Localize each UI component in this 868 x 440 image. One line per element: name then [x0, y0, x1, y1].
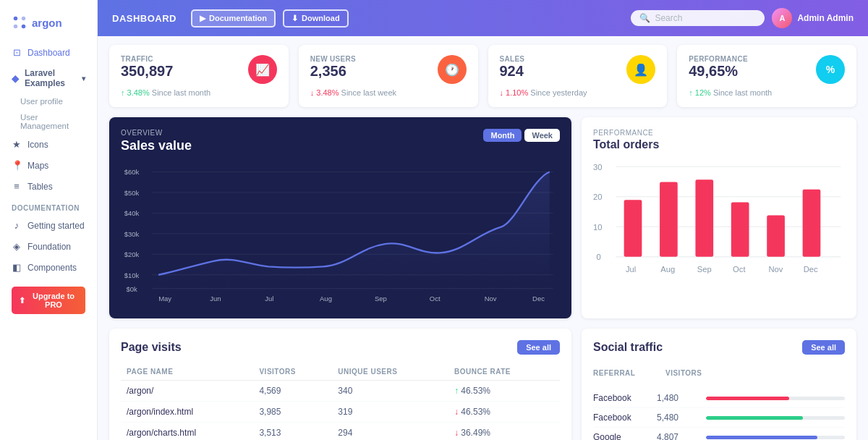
page-visits-see-all[interactable]: See all	[517, 340, 560, 355]
dashboard-icon: ⊡	[12, 47, 22, 58]
sidebar: argon ⊡ Dashboard ◆ Laravel Examples ▾ U…	[0, 0, 98, 440]
sidebar-item-getting-started[interactable]: ♪ Getting started	[0, 215, 97, 236]
social-traffic-card: Social traffic See all REFERRAL VISITORS…	[582, 329, 856, 440]
stat-new-users: NEW USERS 2,356 🕐 ↓ 3.48% Since last wee…	[299, 45, 478, 107]
sales-chart-svg: $60k $50k $40k $30k $20k $10k $0k May Ju…	[121, 165, 560, 302]
perf-icon: %	[816, 55, 845, 84]
col-referral: REFERRAL	[593, 366, 651, 383]
social-table-header: REFERRAL VISITORS	[593, 363, 845, 389]
svg-text:Aug: Aug	[320, 295, 332, 302]
upgrade-button[interactable]: ⬆ Upgrade to PRO	[12, 287, 85, 314]
charts-row: OVERVIEW Sales value Month Week	[109, 117, 856, 318]
cell-unique: 319	[332, 402, 448, 423]
cell-unique: 294	[332, 423, 448, 440]
svg-text:$30k: $30k	[124, 230, 140, 238]
stat-change-sales: ↓ 1.10% Since yesterday	[500, 88, 656, 97]
sidebar-item-tables[interactable]: ≡ Tables	[0, 176, 97, 197]
toggle-month-button[interactable]: Month	[483, 129, 522, 142]
social-rows: Facebook 1,480 Facebook 5,480 Google 4,8…	[593, 389, 845, 440]
stat-label-sales: SALES	[500, 55, 525, 63]
sales-icon: 👤	[626, 55, 655, 84]
cell-unique: 340	[332, 381, 448, 402]
social-visitors-count: 1,480	[657, 393, 700, 403]
bottom-row: Page visits See all PAGE NAME VISITORS U…	[109, 329, 856, 440]
svg-text:Jul: Jul	[626, 265, 636, 274]
foundation-icon: ◈	[12, 241, 22, 252]
page-visits-tbody: /argon/ 4,569 340 ↑ 46.53% /argon/index.…	[121, 381, 560, 440]
svg-text:Jun: Jun	[210, 295, 221, 302]
sidebar-item-dashboard[interactable]: ⊡ Dashboard	[0, 42, 97, 63]
sales-section-label: OVERVIEW	[121, 129, 192, 137]
page-visits-title: Page visits	[121, 341, 182, 354]
svg-text:Jul: Jul	[265, 295, 273, 302]
users-icon: 🕐	[438, 55, 467, 84]
stat-label-traffic: TRAFFIC	[121, 55, 173, 63]
page-visits-header: Page visits See all	[121, 340, 560, 355]
cell-visitors: 3,513	[253, 423, 332, 440]
sidebar-logo: argon	[0, 9, 97, 42]
search-icon: 🔍	[639, 13, 650, 23]
doc-section-label: DOCUMENTATION	[0, 197, 97, 215]
stat-change-users: ↓ 3.48% Since last week	[310, 88, 467, 97]
sidebar-item-maps[interactable]: 📍 Maps	[0, 155, 97, 176]
svg-text:Sep: Sep	[375, 295, 387, 302]
stat-value-traffic: 350,897	[121, 63, 173, 80]
page-visits-card: Page visits See all PAGE NAME VISITORS U…	[109, 329, 571, 440]
maps-icon: 📍	[12, 160, 22, 171]
svg-text:30: 30	[593, 163, 602, 172]
cell-bounce: ↑ 46.53%	[448, 381, 560, 402]
logo-text: argon	[32, 17, 62, 29]
sidebar-sub-user-management[interactable]: User Management	[0, 109, 97, 134]
sidebar-item-label: Components	[27, 263, 77, 273]
sidebar-sub-user-profile[interactable]: User profile	[0, 93, 97, 109]
sidebar-item-foundation[interactable]: ◈ Foundation	[0, 236, 97, 257]
svg-text:$10k: $10k	[124, 271, 140, 279]
cell-page: /argon/charts.html	[121, 423, 253, 440]
social-name: Google	[593, 432, 651, 440]
stats-row: TRAFFIC 350,897 📈 ↑ 3.48% Since last mon…	[109, 45, 856, 107]
col-unique: UNIQUE USERS	[332, 363, 448, 381]
sidebar-item-label: Icons	[27, 140, 48, 150]
search-input[interactable]	[655, 13, 756, 23]
col-page-name: PAGE NAME	[121, 363, 253, 381]
chevron-down-icon: ▾	[82, 75, 85, 82]
header-title: DASHBOARD	[112, 13, 176, 24]
sidebar-item-icons[interactable]: ★ Icons	[0, 134, 97, 155]
download-button[interactable]: ⬇ Download	[283, 9, 349, 28]
sidebar-item-label: Getting started	[27, 221, 85, 231]
svg-text:10: 10	[593, 223, 602, 232]
stat-value-users: 2,356	[310, 63, 356, 80]
doc-label: Documentation	[209, 14, 267, 22]
svg-text:May: May	[158, 295, 171, 302]
stat-value-perf: 49,65%	[689, 63, 748, 80]
sidebar-item-label: Maps	[27, 161, 48, 171]
svg-text:Sep: Sep	[697, 265, 712, 274]
svg-rect-36	[695, 179, 713, 257]
svg-rect-38	[767, 216, 785, 257]
svg-rect-35	[660, 182, 678, 257]
social-visitors-count: 4,807	[657, 432, 700, 440]
svg-text:Aug: Aug	[660, 265, 675, 274]
laravel-icon: ◆	[12, 73, 19, 84]
stat-change-perf: ↑ 12% Since last month	[689, 88, 845, 97]
getting-started-icon: ♪	[12, 220, 22, 231]
toggle-week-button[interactable]: Week	[524, 129, 560, 142]
svg-rect-39	[803, 190, 821, 257]
orders-chart-card: PERFORMANCE Total orders 30 20 10 0	[582, 117, 856, 318]
sidebar-item-components[interactable]: ◧ Components	[0, 257, 97, 278]
svg-text:Oct: Oct	[733, 265, 746, 274]
svg-text:Dec: Dec	[532, 295, 545, 302]
svg-point-0	[14, 17, 18, 21]
search-box[interactable]: 🔍	[631, 10, 765, 26]
sales-chart-svg-wrap: $60k $50k $40k $30k $20k $10k $0k May Ju…	[121, 165, 560, 305]
documentation-button[interactable]: ▶ Documentation	[191, 9, 276, 28]
svg-text:0: 0	[596, 253, 600, 261]
svg-text:$50k: $50k	[124, 189, 140, 197]
stat-label-perf: PERFORMANCE	[689, 55, 748, 63]
list-item: Google 4,807	[593, 428, 845, 440]
stat-sales: SALES 924 👤 ↓ 1.10% Since yesterday	[488, 45, 668, 107]
cell-bounce: ↓ 36.49%	[448, 423, 560, 440]
sidebar-item-laravel[interactable]: ◆ Laravel Examples ▾	[0, 63, 97, 93]
social-traffic-see-all[interactable]: See all	[802, 340, 845, 355]
list-item: Facebook 1,480	[593, 389, 845, 408]
